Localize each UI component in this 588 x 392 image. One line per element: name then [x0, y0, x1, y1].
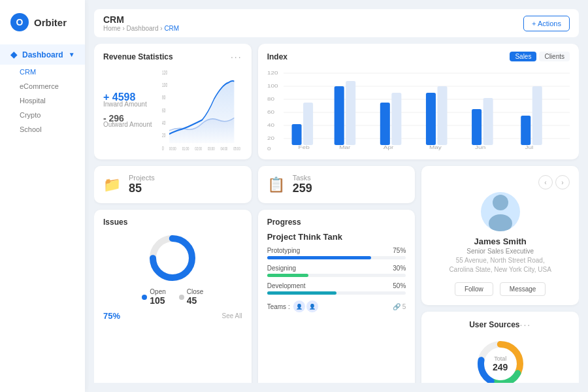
breadcrumb-dashboard[interactable]: Dashboard: [127, 25, 159, 32]
sidebar-item-school[interactable]: School: [0, 122, 85, 137]
progress-footer: Teams : 👤 👤 🔗 5: [267, 300, 406, 313]
sidebar-subitem-label: School: [20, 125, 42, 133]
chevron-down-icon: ▼: [69, 51, 75, 58]
sidebar-item-crm[interactable]: CRM: [0, 65, 85, 79]
svg-text:04:00: 04:00: [221, 145, 228, 151]
follow-button[interactable]: Follow: [455, 282, 493, 296]
person-address: 55 Avenue, North Street Road,Carolina St…: [449, 256, 551, 274]
dev-bar-fill: [267, 291, 336, 295]
design-bar-fill: [267, 274, 309, 277]
sidebar-item-hospital[interactable]: Hospital: [0, 93, 85, 108]
breadcrumb: Home › Dashboard › CRM: [103, 25, 179, 32]
progress-item-prototyping: Prototyping 75%: [267, 247, 406, 259]
svg-text:120: 120: [162, 69, 167, 75]
person-actions: Follow Message: [455, 282, 546, 296]
breadcrumb-home[interactable]: Home: [103, 25, 121, 32]
topbar: CRM Home › Dashboard › CRM + Actions: [94, 9, 579, 37]
inward-label: Inward Amount: [103, 101, 155, 108]
revenue-menu[interactable]: ···: [231, 52, 242, 62]
svg-rect-42: [532, 86, 542, 145]
close-stat: Close 45: [179, 288, 204, 306]
avatar-1: 👤: [293, 300, 306, 313]
progress-label-row-3: Development 50%: [267, 282, 406, 289]
progress-item-dev: Development 50%: [267, 282, 406, 295]
breadcrumb-crm[interactable]: CRM: [164, 25, 179, 32]
sidebar-item-crypto[interactable]: Crypto: [0, 108, 85, 122]
outward-label: Outward Amount: [103, 121, 155, 128]
user-sources-menu[interactable]: ···: [520, 319, 532, 330]
revenue-body: + 4598 Inward Amount - 296 Outward Amoun…: [103, 67, 242, 152]
person-avatar-svg: [484, 192, 517, 231]
tasks-card: 📋 Tasks 259: [258, 166, 416, 203]
svg-rect-29: [334, 86, 344, 145]
sidebar-logo: O Orbiter: [0, 13, 85, 44]
svg-rect-36: [437, 86, 447, 145]
projects-stats: Projects 85: [129, 174, 155, 195]
svg-text:Feb: Feb: [298, 144, 309, 150]
close-label: Close: [187, 288, 204, 295]
total-value: 249: [493, 362, 508, 372]
toggle-sales[interactable]: Sales: [510, 52, 536, 61]
svg-text:05:00: 05:00: [233, 145, 240, 151]
donut-center: Total 249: [493, 355, 508, 372]
see-all-link[interactable]: See All: [222, 312, 242, 319]
svg-point-44: [493, 195, 508, 210]
svg-text:20: 20: [267, 135, 274, 141]
dev-label: Development: [267, 282, 306, 289]
sidebar-item-label: Dashboard: [22, 50, 63, 59]
person-name: James Smith: [474, 237, 527, 246]
svg-text:Jun: Jun: [475, 144, 485, 150]
issues-card: Issues Open 105: [94, 210, 252, 383]
logo-icon: O: [10, 13, 29, 31]
user-sources-header: User Sources ···: [469, 319, 531, 330]
revenue-chart: 120 100 80 60 40 20 0 00:00 01:00 02:00 …: [162, 67, 242, 152]
main-content: CRM Home › Dashboard › CRM + Actions Rev…: [85, 0, 588, 392]
svg-rect-33: [391, 93, 401, 145]
index-toggle: Sales Clients: [510, 52, 570, 61]
toggle-clients[interactable]: Clients: [539, 52, 570, 61]
proto-bar-fill: [267, 256, 372, 259]
svg-text:80: 80: [267, 96, 274, 102]
issues-percent: 75%: [103, 311, 120, 321]
svg-text:120: 120: [267, 70, 278, 76]
dev-percent: 50%: [393, 282, 406, 289]
svg-text:02:00: 02:00: [195, 145, 202, 151]
next-arrow[interactable]: ›: [555, 175, 570, 189]
topbar-left: CRM Home › Dashboard › CRM: [103, 14, 179, 32]
message-button[interactable]: Message: [500, 282, 546, 296]
svg-rect-38: [472, 109, 482, 145]
proto-bar-bg: [267, 256, 406, 259]
teams-label: Teams :: [267, 303, 290, 310]
design-label: Designing: [267, 265, 296, 272]
sidebar-item-ecommerce[interactable]: eCommerce: [0, 79, 85, 93]
svg-rect-30: [346, 81, 355, 145]
task-count: 🔗 5: [393, 303, 406, 310]
svg-text:40: 40: [162, 120, 166, 126]
svg-text:20: 20: [162, 133, 166, 139]
sidebar-item-dashboard[interactable]: ◆ Dashboard ▼: [0, 44, 85, 65]
proto-label: Prototyping: [267, 247, 301, 254]
projects-card: 📁 Projects 85: [94, 166, 252, 203]
sidebar-subitem-label: Hospital: [20, 97, 46, 105]
open-stat: Open 105: [142, 288, 165, 306]
teams-area: Teams : 👤 👤: [267, 300, 319, 313]
tasks-stats: Tasks 259: [293, 174, 312, 195]
issues-title: Issues: [103, 218, 127, 227]
user-sources-donut: Total 249: [474, 338, 527, 383]
design-bar-bg: [267, 274, 406, 277]
svg-text:60: 60: [162, 107, 166, 113]
issues-stats: Open 105 Close 45: [103, 288, 242, 306]
progress-project-title: Project Think Tank: [267, 232, 406, 242]
svg-text:03:00: 03:00: [208, 145, 215, 151]
user-sources-card: User Sources ··· Total 249 Project X Lis…: [421, 312, 579, 383]
revenue-chart-svg: 120 100 80 60 40 20 0 00:00 01:00 02:00 …: [162, 67, 242, 152]
index-bar-chart-svg: 120 100 80 60 40 20 0: [267, 67, 570, 152]
folder-icon: 📁: [103, 176, 121, 193]
sidebar-subitem-label: eCommerce: [20, 82, 59, 90]
progress-card: Progress Project Think Tank Prototyping …: [258, 210, 416, 383]
svg-text:Jul: Jul: [525, 144, 533, 150]
actions-button[interactable]: + Actions: [523, 16, 570, 31]
prev-arrow[interactable]: ‹: [538, 175, 553, 189]
svg-rect-32: [380, 103, 389, 145]
svg-rect-41: [521, 116, 531, 145]
